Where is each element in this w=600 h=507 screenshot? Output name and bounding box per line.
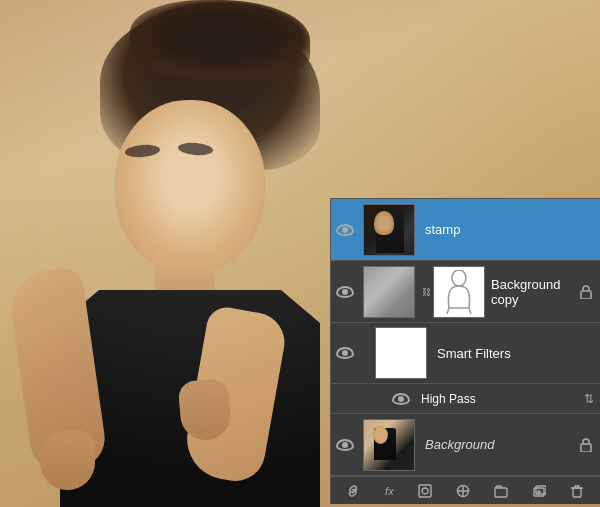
- eye-icon-bgcopy: [336, 286, 354, 298]
- adjustment-button[interactable]: [452, 482, 474, 500]
- eye-pupil-smart: [342, 350, 348, 356]
- link-layers-button[interactable]: [343, 482, 365, 500]
- layer-high-pass: High Pass ⇅: [331, 384, 600, 414]
- highpass-icon: ⇅: [584, 392, 594, 406]
- layer-label-bg: Background: [419, 437, 576, 452]
- lock-icon-bg: [576, 438, 596, 452]
- svg-rect-3: [581, 291, 591, 299]
- layer-mask-thumb-bgcopy: [433, 266, 485, 318]
- new-group-button[interactable]: [490, 482, 512, 500]
- visibility-toggle-smart[interactable]: [331, 347, 359, 359]
- svg-line-2: [469, 308, 471, 314]
- eye-pupil-stamp: [342, 227, 348, 233]
- eye-icon-highpass: [392, 393, 410, 405]
- svg-rect-4: [581, 444, 591, 452]
- layer-thumb-stamp: [363, 204, 415, 256]
- layer-label-highpass: High Pass: [415, 392, 584, 406]
- svg-rect-8: [495, 488, 507, 497]
- svg-point-0: [452, 270, 466, 286]
- layer-smart-filters: Smart Filters: [331, 323, 600, 384]
- visibility-toggle-bg[interactable]: [331, 439, 359, 451]
- eye-pupil-highpass: [398, 396, 404, 402]
- eye-icon-smart: [336, 347, 354, 359]
- layers-panel: stamp ⛓ Ba: [330, 198, 600, 504]
- layer-thumb-smart: [375, 327, 427, 379]
- delete-layer-button[interactable]: [566, 482, 588, 500]
- chain-icon-bgcopy: ⛓: [419, 287, 433, 297]
- layer-background[interactable]: Background: [331, 414, 600, 476]
- layer-background-copy[interactable]: ⛓ Background copy: [331, 261, 600, 323]
- new-layer-button[interactable]: [528, 482, 550, 500]
- layer-label-bgcopy: Background copy: [485, 277, 576, 307]
- mask-button[interactable]: [414, 482, 436, 500]
- layer-thumb-bg: [363, 419, 415, 471]
- lock-icon-bgcopy: [576, 285, 596, 299]
- svg-point-6: [422, 488, 428, 494]
- eye-icon-bg: [336, 439, 354, 451]
- visibility-toggle-highpass[interactable]: [387, 393, 415, 405]
- layer-stamp[interactable]: stamp: [331, 199, 600, 261]
- fx-button[interactable]: fx: [381, 483, 398, 499]
- layer-thumb-bgcopy: [363, 266, 415, 318]
- layers-toolbar: fx: [331, 476, 600, 504]
- eye-pupil-bgcopy: [342, 289, 348, 295]
- visibility-toggle-bgcopy[interactable]: [331, 286, 359, 298]
- layer-label-stamp: stamp: [419, 222, 600, 237]
- svg-rect-5: [419, 485, 431, 497]
- eye-pupil-bg: [342, 442, 348, 448]
- svg-line-1: [447, 308, 449, 314]
- eye-icon-stamp: [336, 224, 354, 236]
- layer-label-smart: Smart Filters: [431, 346, 600, 361]
- visibility-toggle-stamp[interactable]: [331, 224, 359, 236]
- svg-rect-11: [573, 488, 581, 497]
